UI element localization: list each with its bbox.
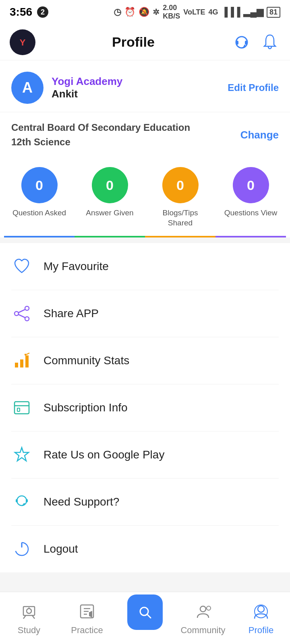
status-icons: ◷ ⏰ 🔕 ✲ 2.00KB/S VoLTE 4G ▐▐▐ ▂▄▆ 81: [114, 4, 280, 21]
community-icon: [193, 601, 213, 622]
stats-section: 0 Question Asked 0 Answer Given 0 Blogs/…: [0, 156, 290, 237]
header-action-icons: [231, 32, 280, 53]
logout-icon: [11, 539, 32, 559]
stat-question-asked: 0 Question Asked: [4, 167, 75, 218]
stat-circle-blue: 0: [21, 167, 58, 203]
support-icon: [11, 491, 32, 512]
svg-line-14: [26, 353, 29, 355]
stat-value-asked: 0: [35, 178, 43, 193]
menu-item-logout[interactable]: Logout: [11, 526, 279, 572]
svg-rect-10: [15, 363, 18, 367]
nav-item-study[interactable]: Study: [0, 601, 58, 636]
top-nav-bar: Y Profile: [0, 24, 290, 60]
bluetooth-icon: ✲: [153, 7, 160, 17]
bar-purple: [215, 236, 286, 237]
svg-point-35: [207, 606, 211, 610]
profile-academy: Yogi Academy: [52, 75, 122, 88]
stat-value-blogs: 0: [176, 178, 184, 193]
nav-label-community: Community: [180, 625, 225, 636]
svg-point-5: [25, 306, 29, 310]
svg-rect-17: [17, 408, 20, 411]
support-header-icon[interactable]: [231, 32, 252, 53]
svg-line-8: [18, 310, 25, 313]
profile-nav-icon: [251, 601, 271, 622]
heart-icon: [11, 256, 32, 277]
menu-item-subscription[interactable]: Subscription Info: [11, 384, 279, 431]
svg-text:Y: Y: [20, 37, 26, 47]
battery-icon: 81: [267, 7, 280, 18]
practice-icon: [77, 601, 97, 622]
board-section: Central Board Of Secondary Education 12t…: [0, 112, 290, 156]
menu-item-share[interactable]: Share APP: [11, 290, 279, 337]
nav-label-profile: Profile: [249, 625, 273, 636]
menu-label-rate: Rate Us on Google Play: [44, 448, 164, 461]
search-icon: [136, 603, 154, 621]
svg-rect-13: [25, 354, 26, 355]
nav-label-study: Study: [18, 625, 40, 636]
share-icon: [11, 303, 32, 324]
alarm-icon: ◷: [114, 7, 121, 17]
svg-point-6: [25, 317, 29, 321]
app-logo: Y: [10, 29, 35, 55]
stats-color-bar: [4, 236, 286, 237]
svg-line-33: [147, 614, 151, 618]
nav-item-search[interactable]: [116, 607, 174, 630]
menu-item-favourite[interactable]: My Favourite: [11, 243, 279, 290]
svg-point-37: [255, 605, 267, 618]
edit-profile-button[interactable]: Edit Profile: [228, 82, 279, 93]
wifi-bars: ▂▄▆: [243, 7, 263, 17]
nav-item-profile[interactable]: Profile: [232, 601, 290, 636]
stat-circle-green: 0: [92, 167, 128, 203]
stat-circle-purple: 0: [233, 167, 269, 203]
svg-rect-12: [25, 355, 29, 367]
bottom-nav: Study Practice: [0, 592, 290, 644]
profile-username: Ankit: [52, 88, 122, 100]
svg-rect-3: [236, 41, 238, 45]
clock-icon: ⏰: [124, 7, 135, 17]
stat-circle-orange: 0: [162, 167, 199, 203]
stat-blogs-shared: 0 Blogs/TipsShared: [145, 167, 215, 228]
change-board-button[interactable]: Change: [240, 129, 279, 141]
notification-badge: 2: [37, 6, 48, 18]
svg-line-9: [18, 314, 25, 318]
stat-label-view: Questions View: [224, 208, 278, 218]
stats-row: 0 Question Asked 0 Answer Given 0 Blogs/…: [4, 167, 286, 236]
profile-info: A Yogi Academy Ankit: [11, 72, 122, 104]
bar-orange: [145, 236, 215, 237]
board-line1: Central Board Of Secondary Education: [11, 120, 190, 135]
notification-header-icon[interactable]: [259, 32, 280, 53]
mute-icon: 🔕: [139, 7, 149, 17]
menu-label-subscription: Subscription Info: [44, 401, 128, 414]
headphone-icon: [233, 33, 251, 51]
svg-rect-21: [26, 499, 28, 502]
nav-item-practice[interactable]: Practice: [58, 601, 116, 636]
subscription-icon: [11, 397, 32, 418]
svg-point-19: [17, 496, 27, 506]
stat-answer-given: 0 Answer Given: [75, 167, 145, 218]
study-icon: [19, 601, 39, 622]
svg-point-26: [27, 609, 31, 613]
stat-value-view: 0: [247, 178, 255, 193]
menu-item-community-stats[interactable]: Community Stats: [11, 337, 279, 384]
profile-name-block: Yogi Academy Ankit: [52, 75, 122, 100]
svg-rect-4: [245, 41, 247, 45]
svg-point-7: [14, 312, 19, 316]
stat-label-asked: Question Asked: [12, 208, 66, 218]
menu-label-community-stats: Community Stats: [44, 354, 129, 367]
svg-point-36: [258, 606, 264, 612]
menu-label-share: Share APP: [44, 307, 99, 320]
bar-blue: [4, 236, 75, 237]
logo-icon: Y: [12, 31, 33, 53]
menu-item-rate[interactable]: Rate Us on Google Play: [11, 431, 279, 479]
signal-bars: ▐▐▐: [222, 7, 240, 17]
status-bar: 3:56 2 ◷ ⏰ 🔕 ✲ 2.00KB/S VoLTE 4G ▐▐▐ ▂▄▆…: [0, 0, 290, 24]
menu-item-support[interactable]: Need Support?: [11, 479, 279, 526]
svg-marker-18: [15, 448, 29, 461]
stat-label-answered: Answer Given: [86, 208, 133, 218]
svg-rect-15: [14, 402, 29, 414]
nav-item-community[interactable]: Community: [174, 601, 232, 636]
profile-section: A Yogi Academy Ankit Edit Profile: [0, 60, 290, 112]
search-center-button[interactable]: [127, 594, 163, 630]
bar-green: [75, 236, 145, 237]
network-icon: 4G: [209, 8, 218, 17]
